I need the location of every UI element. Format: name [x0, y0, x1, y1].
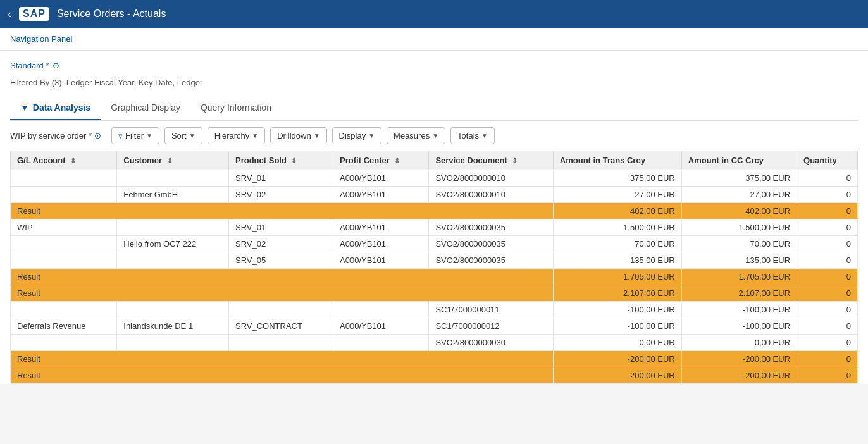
- cell-amount_trans: 402,00 EUR: [553, 203, 681, 219]
- cell-product_sold: [228, 302, 333, 318]
- cell-amount_trans: -100,00 EUR: [553, 318, 681, 335]
- cell-amount_cc: 402,00 EUR: [681, 203, 797, 219]
- cell-amount_trans: 27,00 EUR: [553, 187, 681, 203]
- totals-button[interactable]: Totals ▼: [450, 127, 495, 144]
- main-content: Standard * ⊙ Filtered By (3): Ledger Fis…: [0, 51, 868, 384]
- gl-account-sort-icon: ⇕: [70, 157, 76, 165]
- measures-button-label: Measures: [394, 131, 430, 140]
- cell-gl_account: [11, 302, 117, 318]
- result-label: Result: [11, 203, 554, 219]
- cell-gl_account: [11, 170, 117, 187]
- col-header-gl-account[interactable]: G/L Account ⇕: [11, 151, 117, 170]
- cell-product_sold: SRV_05: [228, 252, 333, 269]
- result-label: Result: [11, 269, 554, 285]
- analysis-toolbar: WIP by service order * ⊙ ▿ Filter ▼ Sort…: [10, 121, 858, 151]
- cell-customer: Fehmer GmbH: [117, 187, 229, 203]
- tab-data-analysis[interactable]: ▼ Data Analysis: [10, 97, 101, 120]
- hierarchy-chevron-icon: ▼: [252, 132, 258, 139]
- back-button[interactable]: ‹: [8, 8, 11, 21]
- cell-quantity: 0: [797, 302, 858, 318]
- col-header-customer[interactable]: Customer ⇕: [117, 151, 229, 170]
- cell-amount_trans: -100,00 EUR: [553, 302, 681, 318]
- cell-service_document: SVO2/8000000035: [429, 219, 553, 236]
- cell-quantity: 0: [797, 236, 858, 252]
- cell-gl_account: WIP: [11, 219, 117, 236]
- product-sold-sort-icon: ⇕: [291, 157, 297, 165]
- display-button[interactable]: Display ▼: [332, 127, 382, 144]
- cell-service_document: SC1/7000000011: [429, 302, 553, 318]
- totals-button-label: Totals: [457, 131, 479, 140]
- result-label: Result: [11, 351, 554, 367]
- variant-settings-icon[interactable]: ⊙: [53, 61, 59, 70]
- cell-quantity: 0: [797, 269, 858, 285]
- table-row: Fehmer GmbHSRV_02A000/YB101SVO2/80000000…: [11, 187, 858, 203]
- cell-customer: [117, 170, 229, 187]
- profit-center-sort-icon: ⇕: [394, 157, 400, 165]
- table-row: SC1/7000000011-100,00 EUR-100,00 EUR0: [11, 302, 858, 318]
- hierarchy-button[interactable]: Hierarchy ▼: [208, 127, 266, 144]
- tab-data-analysis-label: Data Analysis: [33, 102, 90, 113]
- service-document-sort-icon: ⇕: [512, 157, 518, 165]
- variant-name[interactable]: Standard *: [10, 61, 49, 70]
- cell-service_document: SVO2/8000000035: [429, 252, 553, 269]
- display-button-label: Display: [339, 131, 366, 140]
- col-header-product-sold[interactable]: Product Sold ⇕: [228, 151, 333, 170]
- cell-amount_cc: 1.500,00 EUR: [681, 219, 797, 236]
- display-chevron-icon: ▼: [368, 132, 375, 139]
- sort-chevron-icon: ▼: [189, 132, 195, 139]
- cell-quantity: 0: [797, 351, 858, 367]
- col-header-service-document[interactable]: Service Document ⇕: [429, 151, 553, 170]
- drilldown-button[interactable]: Drilldown ▼: [270, 127, 326, 144]
- cell-service_document: SC1/7000000012: [429, 318, 553, 335]
- sort-button[interactable]: Sort ▼: [164, 127, 202, 144]
- cell-amount_cc: 27,00 EUR: [681, 187, 797, 203]
- cell-profit_center: A000/YB101: [333, 236, 429, 252]
- cell-service_document: SVO2/8000000030: [429, 335, 553, 351]
- cell-quantity: 0: [797, 170, 858, 187]
- cell-product_sold: [228, 335, 333, 351]
- table-row: SRV_01A000/YB101SVO2/8000000010375,00 EU…: [11, 170, 858, 187]
- tab-query-information[interactable]: Query Information: [190, 97, 282, 120]
- drilldown-button-label: Drilldown: [277, 131, 311, 140]
- cell-quantity: 0: [797, 335, 858, 351]
- navigation-panel-link[interactable]: Navigation Panel: [10, 34, 72, 44]
- cell-amount_cc: 70,00 EUR: [681, 236, 797, 252]
- cell-profit_center: [333, 335, 429, 351]
- cell-amount_trans: -200,00 EUR: [553, 367, 681, 384]
- table-row: Hello from OC7 222SRV_02A000/YB101SVO2/8…: [11, 236, 858, 252]
- cell-amount_cc: 2.107,00 EUR: [681, 285, 797, 302]
- cell-amount_cc: -200,00 EUR: [681, 351, 797, 367]
- view-selector[interactable]: WIP by service order * ⊙: [10, 131, 101, 140]
- cell-quantity: 0: [797, 285, 858, 302]
- cell-product_sold: SRV_CONTRACT: [228, 318, 333, 335]
- filter-button-label: Filter: [125, 131, 144, 140]
- cell-amount_trans: 375,00 EUR: [553, 170, 681, 187]
- cell-gl_account: [11, 187, 117, 203]
- cell-quantity: 0: [797, 219, 858, 236]
- table-row-result: Result1.705,00 EUR1.705,00 EUR0: [11, 269, 858, 285]
- hierarchy-button-label: Hierarchy: [214, 131, 250, 140]
- col-header-quantity: Quantity: [797, 151, 858, 170]
- tab-arrow-icon: ▼: [20, 102, 29, 113]
- cell-quantity: 0: [797, 318, 858, 335]
- col-header-amount-trans: Amount in Trans Crcy: [553, 151, 681, 170]
- table-row-result: Result-200,00 EUR-200,00 EUR0: [11, 351, 858, 367]
- sap-logo: SAP: [19, 7, 49, 21]
- cell-amount_cc: 1.705,00 EUR: [681, 269, 797, 285]
- customer-sort-icon: ⇕: [167, 157, 173, 165]
- table-row-result: Result402,00 EUR402,00 EUR0: [11, 203, 858, 219]
- tab-graphical-display[interactable]: Graphical Display: [101, 97, 190, 120]
- view-name-label: WIP by service order *: [10, 131, 92, 140]
- measures-button[interactable]: Measures ▼: [387, 127, 445, 144]
- cell-service_document: SVO2/8000000035: [429, 236, 553, 252]
- result-label: Result: [11, 285, 554, 302]
- col-header-profit-center[interactable]: Profit Center ⇕: [333, 151, 429, 170]
- cell-customer: [117, 335, 229, 351]
- result-label: Result: [11, 367, 554, 384]
- cell-amount_cc: -200,00 EUR: [681, 367, 797, 384]
- filter-button[interactable]: ▿ Filter ▼: [111, 127, 159, 144]
- cell-amount_cc: -100,00 EUR: [681, 318, 797, 335]
- view-settings-icon[interactable]: ⊙: [94, 131, 101, 140]
- tab-query-information-label: Query Information: [201, 102, 271, 113]
- cell-profit_center: A000/YB101: [333, 170, 429, 187]
